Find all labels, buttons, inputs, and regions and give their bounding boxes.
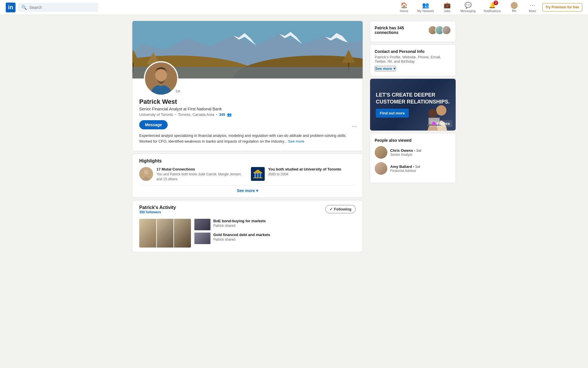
activity-followers: 350 followers xyxy=(139,210,176,214)
home-icon: 🏠 xyxy=(401,2,408,9)
person-info-2: Amy Ballard • 1st Financial Advisor xyxy=(390,164,420,173)
left-column: 1st ··· Patrick West Senior Financial An… xyxy=(132,21,363,252)
highlights-university: You both studied at University of Toront… xyxy=(251,167,356,182)
nav-more[interactable]: ⋯ More xyxy=(524,1,541,14)
contact-subtitle: Patrick's Profile, Website, Phone, Email… xyxy=(375,55,451,64)
highlights-mutual-title: 17 Mutal Connections xyxy=(156,167,244,171)
following-label: Following xyxy=(334,207,351,211)
ad-widget: LET'S CREATE DEEPER CUSTOMER RELATIONSHI… xyxy=(370,78,456,131)
activity-post-title-1: BoE bond-buying for markets xyxy=(213,219,266,223)
activity-card: Patrick's Activity 350 followers ✓ Follo… xyxy=(132,200,363,252)
nav-jobs-label: Jobs xyxy=(444,9,450,13)
profile-university: University of Toronto xyxy=(139,112,173,117)
activity-post-thumb-2 xyxy=(194,233,210,244)
nav-me[interactable]: Me xyxy=(506,1,523,14)
nav-notifications-label: Notifications xyxy=(484,9,501,13)
ad-cta-button[interactable]: Find out more xyxy=(376,109,409,118)
person-degree-1: • 1st xyxy=(414,149,421,153)
contact-widget: Contact and Personal Info Patrick's Prof… xyxy=(370,44,456,76)
ad-content: LET'S CREATE DEEPER CUSTOMER RELATIONSHI… xyxy=(370,79,456,131)
activity-img-2 xyxy=(157,219,174,248)
highlights-university-years: 2000 to 2004 xyxy=(268,172,341,177)
contact-title: Contact and Personal Info xyxy=(375,49,451,54)
activity-title: Patrick's Activity xyxy=(139,205,176,210)
linkedin-logo[interactable]: in xyxy=(6,3,16,12)
nav-messaging-label: Messaging xyxy=(461,9,476,13)
network-icon: 👥 xyxy=(422,2,429,9)
contact-see-more-button[interactable]: See more ▾ xyxy=(375,66,396,71)
nav-jobs[interactable]: 💼 Jobs xyxy=(439,1,456,14)
svg-rect-25 xyxy=(253,177,262,178)
checkmark-icon: ✓ xyxy=(330,207,333,211)
contact-see-more-label: See more xyxy=(375,66,392,71)
person-avatar-1 xyxy=(375,146,387,159)
svg-point-27 xyxy=(428,109,437,118)
activity-post-meta-2: Patrick shared xyxy=(213,237,270,241)
highlights-footer: See more ▾ xyxy=(139,185,356,193)
profile-name: Patrick West xyxy=(139,98,356,106)
ad-brand-name: FixDex xyxy=(437,121,450,126)
connections-avatars xyxy=(428,26,451,35)
svg-rect-23 xyxy=(257,173,259,177)
person-title-2: Financial Advisor xyxy=(390,169,420,173)
activity-post-meta-1: Patrick shared xyxy=(213,224,266,228)
message-button[interactable]: Message xyxy=(139,120,168,129)
conn-avatar-3 xyxy=(442,26,451,35)
profile-info: Patrick West Senior Financial Analyst at… xyxy=(132,96,363,151)
notifications-icon: 🔔 2 xyxy=(489,2,496,9)
highlights-see-more-label: See more xyxy=(237,188,255,193)
profile-summary: Experienced analyst specializing in fina… xyxy=(139,133,356,146)
svg-point-0 xyxy=(513,3,515,5)
svg-rect-22 xyxy=(254,173,256,177)
main-container: 1st ··· Patrick West Senior Financial An… xyxy=(132,15,456,258)
search-bar: 🔍 xyxy=(18,3,98,12)
connections-widget: Patrick has 345 connections xyxy=(370,21,456,42)
profile-headline: Senior Financial Analyst at First Nation… xyxy=(139,107,356,111)
activity-post-info-2: Gold financed debt and markets Patrick s… xyxy=(213,233,270,241)
activity-title-wrap: Patrick's Activity 350 followers xyxy=(139,205,176,218)
activity-img-3 xyxy=(174,219,191,248)
person-avatar-2 xyxy=(375,162,387,175)
profile-connections[interactable]: 345 xyxy=(219,112,225,117)
nav-messaging[interactable]: 💬 Messaging xyxy=(457,1,479,14)
fixdex-logo-dot xyxy=(432,122,436,125)
highlights-mutual-text: 17 Mutal Connections You and Patrick bot… xyxy=(156,167,244,182)
activity-post-thumb-1 xyxy=(194,219,210,230)
highlights-avatar xyxy=(139,167,153,181)
activity-post-item-2[interactable]: Gold financed debt and markets Patrick s… xyxy=(194,233,356,244)
highlights-mutual-desc: You and Patrick both know Julie Carroll,… xyxy=(156,172,244,182)
notifications-badge: 2 xyxy=(494,1,498,5)
profile-more-button[interactable]: ··· xyxy=(351,122,358,131)
nav-notifications[interactable]: 🔔 2 Notifications xyxy=(480,1,504,14)
following-button[interactable]: ✓ Following xyxy=(325,205,356,213)
connections-widget-title: Patrick has 345 connections xyxy=(375,26,428,35)
profile-meta: University of Toronto • Toronto, Canada … xyxy=(139,112,356,117)
person-item-1[interactable]: Chris Owens • 1st Senior Analyst xyxy=(375,146,451,159)
highlights-university-text: You both studied at University of Toront… xyxy=(268,167,341,177)
me-avatar xyxy=(511,2,518,9)
right-column: Patrick has 345 connections Contact and … xyxy=(370,21,456,183)
connections-icon: 👥 xyxy=(227,112,232,117)
activity-post-item-1[interactable]: BoE bond-buying for markets Patrick shar… xyxy=(194,219,356,230)
premium-button[interactable]: Try Premium for free xyxy=(542,3,582,12)
summary-see-more[interactable]: See more xyxy=(288,139,304,143)
nav-network[interactable]: 👥 My Network xyxy=(414,1,437,14)
highlights-see-more-button[interactable]: See more ▾ xyxy=(237,188,258,193)
nav-home[interactable]: 🏠 Home xyxy=(395,1,413,14)
highlights-grid: 17 Mutal Connections You and Patrick bot… xyxy=(139,167,356,182)
highlights-card: Highlights 17 Mutal Connections You and … xyxy=(132,154,363,198)
activity-post-info-1: BoE bond-buying for markets Patrick shar… xyxy=(213,219,266,228)
search-icon: 🔍 xyxy=(21,5,27,10)
jobs-icon: 💼 xyxy=(444,2,451,9)
navbar: in 🔍 🏠 Home 👥 My Network 💼 Jobs 💬 Messag… xyxy=(0,0,588,15)
profile-degree: 1st xyxy=(174,89,181,93)
activity-img-1 xyxy=(139,219,156,248)
search-input[interactable] xyxy=(29,5,95,10)
messaging-icon: 💬 xyxy=(465,2,472,9)
nav-home-label: Home xyxy=(400,9,408,13)
person-item-2[interactable]: Amy Ballard • 1st Financial Advisor xyxy=(375,162,451,175)
svg-point-19 xyxy=(144,170,148,175)
person-title-1: Senior Analyst xyxy=(390,153,421,157)
profile-card: 1st ··· Patrick West Senior Financial An… xyxy=(132,21,363,151)
nav-network-label: My Network xyxy=(417,9,434,13)
